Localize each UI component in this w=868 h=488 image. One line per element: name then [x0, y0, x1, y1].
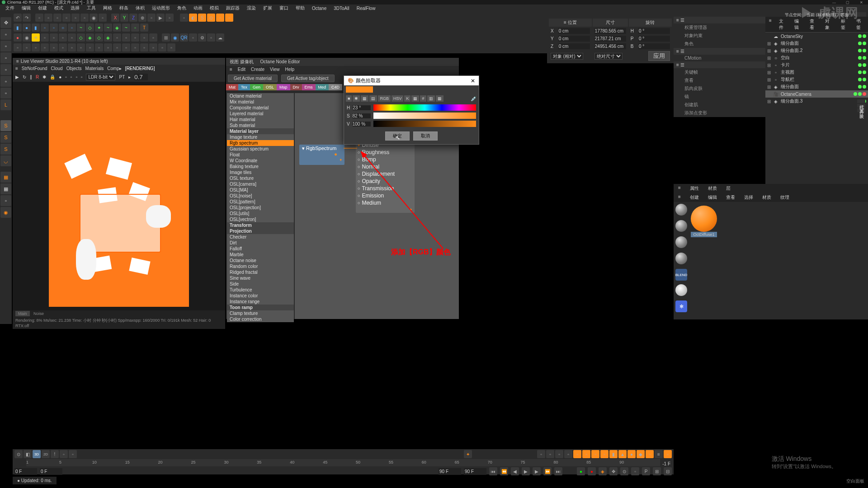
node-list-item[interactable]: Octane noise: [227, 258, 294, 263]
end-frame-input-2[interactable]: [464, 468, 486, 475]
mat-tab[interactable]: 材质: [758, 193, 776, 202]
tl-icon[interactable]: ⊙: [14, 450, 23, 458]
pos-Y-input[interactable]: [558, 36, 590, 42]
next-frame-icon[interactable]: ▶: [533, 467, 541, 475]
node-tab-C4D[interactable]: C4D: [329, 84, 342, 90]
node-tab-Mat[interactable]: Mat: [226, 84, 238, 90]
effect-icon[interactable]: ◇: [95, 33, 103, 42]
node-list-item[interactable]: OSL[vectron]: [227, 216, 294, 222]
spline-icon[interactable]: ~: [104, 23, 112, 32]
menu-运动图形[interactable]: 运动图形: [148, 5, 174, 11]
tool-icon[interactable]: ▫: [53, 14, 61, 22]
mat-tab[interactable]: 编辑: [703, 193, 722, 202]
spline-icon[interactable]: ~: [122, 23, 130, 32]
vis-dot[interactable]: [863, 78, 866, 81]
get-tag-button[interactable]: Get Active tag/object: [281, 75, 335, 82]
tl-icon[interactable]: ▫: [600, 450, 609, 458]
bar-item[interactable]: Materials: [85, 66, 104, 71]
node-list-item[interactable]: OSL texture: [227, 175, 294, 181]
object-row[interactable]: ⊞▫卡片: [765, 61, 868, 69]
sphere-icon[interactable]: ●: [23, 23, 31, 32]
nav-item[interactable]: 对象约束: [674, 32, 765, 40]
object-row[interactable]: ⊞◈细分曲面.3: [765, 98, 868, 105]
redo-icon[interactable]: ↷: [23, 14, 31, 22]
y-axis-icon[interactable]: Y: [120, 14, 128, 22]
play-icon[interactable]: ▶: [15, 75, 19, 80]
cylinder-icon[interactable]: ▮: [32, 23, 40, 32]
key-icon[interactable]: P: [642, 467, 650, 475]
tab-main[interactable]: Main: [15, 311, 30, 316]
vis-dot[interactable]: [863, 70, 866, 74]
object-row[interactable]: ⊞◈细分曲面: [765, 40, 868, 47]
key-icon[interactable]: ⊞: [653, 467, 661, 475]
effect-icon[interactable]: ▫: [149, 33, 157, 42]
coord-mode-select[interactable]: 对象 (相对): [551, 53, 583, 60]
spline-icon[interactable]: ◈: [113, 23, 121, 32]
node-list-item[interactable]: Ridged fractal: [227, 269, 294, 275]
move-tool-icon[interactable]: ✥: [0, 17, 11, 28]
object-row[interactable]: ⊞▫导航栏: [765, 76, 868, 83]
S-slider[interactable]: [373, 113, 476, 119]
octane-icon[interactable]: ▫: [216, 14, 224, 22]
node-list-item[interactable]: Float: [227, 152, 294, 158]
material-item[interactable]: OctDiffuse1: [691, 206, 717, 237]
oct-diffuse-node[interactable]: ▾ OctDif DiffuseRoughnessBumpNormalDispl…: [356, 134, 415, 213]
tool-icon[interactable]: ▫: [0, 52, 11, 63]
node-tab-Gen[interactable]: Gen: [250, 84, 263, 90]
maximize-button[interactable]: ▢: [841, 0, 854, 5]
vis-dot[interactable]: [863, 42, 866, 45]
menu-动画[interactable]: 动画: [190, 5, 206, 11]
mat-tab[interactable]: 创建: [685, 193, 703, 202]
node-list-item[interactable]: Image texture: [227, 134, 294, 140]
node-list-item[interactable]: Side: [227, 281, 294, 287]
x-axis-icon[interactable]: X: [111, 14, 119, 22]
tl-icon[interactable]: ▫: [555, 450, 563, 458]
node-port-transmission[interactable]: Transmission: [356, 185, 415, 192]
color-mode-button[interactable]: ✱: [353, 95, 360, 102]
tool-icon[interactable]: ▫: [0, 88, 11, 99]
lock-icon[interactable]: 🔒: [50, 75, 55, 80]
mod-icon[interactable]: ▫: [113, 43, 121, 52]
mod-icon[interactable]: ▫: [140, 43, 148, 52]
menu-创建[interactable]: 创建: [34, 5, 51, 11]
node-list-item[interactable]: OSL[projection]: [227, 205, 294, 211]
vis-dot[interactable]: [863, 34, 866, 38]
node-list-item[interactable]: Falloff: [227, 246, 294, 252]
tl-icon[interactable]: ▮: [609, 450, 618, 458]
node-list-item[interactable]: Gaussian spectrum: [227, 146, 294, 152]
mod-icon[interactable]: ▫: [14, 43, 22, 52]
menu-编辑[interactable]: 编辑: [18, 5, 34, 11]
cube-icon[interactable]: ▮: [14, 23, 22, 32]
value-input[interactable]: [134, 74, 148, 80]
effect-icon[interactable]: ▫: [189, 33, 197, 42]
mod-icon[interactable]: ▫: [77, 43, 85, 52]
nav-item[interactable]: 添加点变形: [674, 109, 765, 117]
menu-模式[interactable]: 模式: [51, 5, 67, 11]
bar-item[interactable]: Objects: [66, 66, 82, 71]
node-port-medium[interactable]: Medium: [356, 199, 415, 206]
V-slider[interactable]: [373, 121, 476, 127]
spline-icon[interactable]: ▫: [131, 23, 139, 32]
node-list-item[interactable]: Baking texture: [227, 164, 294, 169]
tool-icon[interactable]: ◉: [90, 14, 98, 22]
color-mode-button[interactable]: HSV: [392, 95, 404, 102]
expand-icon[interactable]: ⊞: [767, 63, 773, 68]
mat-preset-icon[interactable]: [675, 236, 687, 248]
menu-3DToAll[interactable]: 3DToAll: [330, 6, 353, 11]
tool-icon[interactable]: ▫: [71, 14, 80, 22]
octane-icon[interactable]: ▫: [225, 14, 233, 22]
tab-layer[interactable]: 层: [722, 184, 735, 193]
octane-icon[interactable]: ⊙: [207, 14, 215, 22]
node-list-item[interactable]: OSL[camera]: [227, 181, 294, 187]
mat-tab[interactable]: 选择: [740, 193, 758, 202]
node-list-item[interactable]: Image tiles: [227, 169, 294, 175]
tab-attr[interactable]: 属性: [685, 184, 703, 193]
effect-icon[interactable]: ●: [14, 33, 22, 42]
pos-X-input[interactable]: [558, 28, 590, 34]
menu-体积[interactable]: 体积: [132, 5, 148, 11]
key-icon[interactable]: ✥: [609, 467, 618, 475]
object-row[interactable]: ⊞○空白: [765, 54, 868, 61]
tab-noise[interactable]: Noise: [31, 311, 47, 316]
nav-item[interactable]: 查看: [674, 76, 765, 84]
vis-dot[interactable]: [858, 56, 862, 60]
